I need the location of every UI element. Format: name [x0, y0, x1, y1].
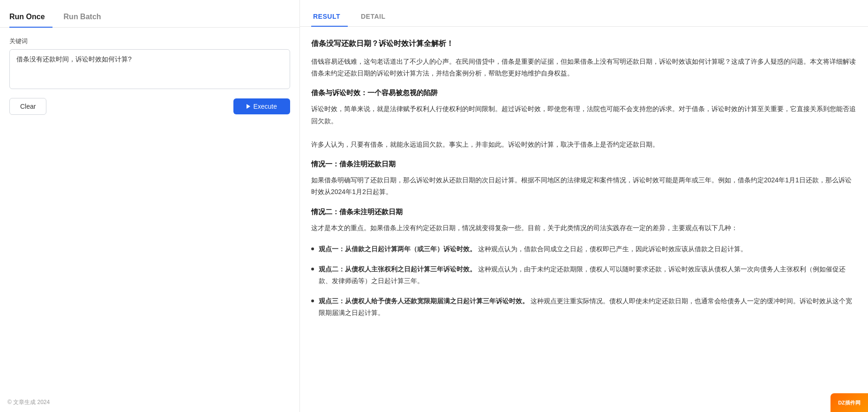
result-tabs: RESULT DETAIL	[300, 0, 868, 27]
tab-run-batch[interactable]: Run Batch	[64, 8, 109, 28]
left-content: 关键词 Clear Execute	[0, 28, 299, 412]
tab-detail[interactable]: DETAIL	[359, 8, 393, 27]
tab-run-once[interactable]: Run Once	[9, 8, 52, 28]
keyword-input[interactable]	[9, 49, 290, 89]
dz-badge: DZ插件网	[831, 393, 868, 412]
section1-body: 诉讼时效，简单来说，就是法律赋予权利人行使权利的时间限制。超过诉讼时效，即使您有…	[311, 103, 857, 150]
bullet-text-1: 观点一：从借款之日起计算两年（或三年）诉讼时效。 这种观点认为，借款合同成立之日…	[319, 243, 747, 255]
bullet-dot-3	[311, 300, 314, 302]
list-item: 观点二：从债权人主张权利之日起计算三年诉讼时效。 这种观点认为，由于未约定还款期…	[311, 263, 857, 287]
section2-body: 如果借条明确写明了还款日期，那么诉讼时效从还款日期的次日起计算。根据不同地区的法…	[311, 174, 857, 198]
left-tabs: Run Once Run Batch	[0, 0, 299, 28]
button-row: Clear Execute	[9, 98, 290, 115]
section2-title: 情况一：借条注明还款日期	[311, 160, 857, 169]
play-icon	[247, 104, 250, 109]
footer-copyright: © 文章生成 2024	[7, 398, 50, 406]
bullet-text-3: 观点三：从债权人给予债务人还款宽限期届满之日起计算三年诉讼时效。 这种观点更注重…	[319, 295, 857, 319]
bullet-dot-1	[311, 247, 314, 250]
right-panel: RESULT DETAIL 借条没写还款日期？诉讼时效计算全解析！ 借钱容易还钱…	[300, 0, 868, 412]
bullet-dot-2	[311, 268, 314, 270]
article-intro: 借钱容易还钱难，这句老话道出了不少人的心声。在民间借贷中，借条是重要的证据，但如…	[311, 56, 857, 79]
execute-label: Execute	[253, 103, 277, 110]
bullet-detail-1: 这种观点认为，借款合同成立之日起，债权即已产生，因此诉讼时效应该从借款之日起计算…	[478, 245, 747, 253]
dz-badge-text: DZ插件网	[838, 399, 861, 406]
bullet-key-2: 观点二：从债权人主张权利之日起计算三年诉讼时效。	[319, 265, 476, 273]
list-item: 观点一：从借款之日起计算两年（或三年）诉讼时效。 这种观点认为，借款合同成立之日…	[311, 243, 857, 255]
tab-result[interactable]: RESULT	[311, 8, 348, 27]
execute-button[interactable]: Execute	[233, 98, 290, 114]
bullet-list: 观点一：从借款之日起计算两年（或三年）诉讼时效。 这种观点认为，借款合同成立之日…	[311, 243, 857, 319]
bullet-key-3: 观点三：从债权人给予债务人还款宽限期届满之日起计算三年诉讼时效。	[319, 297, 529, 305]
section3-body: 这才是本文的重点。如果借条上没有约定还款日期，情况就变得复杂一些。目前，关于此类…	[311, 222, 857, 234]
bullet-key-1: 观点一：从借款之日起计算两年（或三年）诉讼时效。	[319, 245, 476, 253]
result-content: 借条没写还款日期？诉讼时效计算全解析！ 借钱容易还钱难，这句老话道出了不少人的心…	[300, 27, 868, 412]
keyword-label: 关键词	[9, 37, 290, 45]
section1-title: 借条与诉讼时效：一个容易被忽视的陷阱	[311, 89, 857, 97]
bullet-text-2: 观点二：从债权人主张权利之日起计算三年诉讼时效。 这种观点认为，由于未约定还款期…	[319, 263, 857, 287]
clear-button[interactable]: Clear	[9, 98, 46, 115]
left-panel: Run Once Run Batch 关键词 Clear Execute	[0, 0, 300, 412]
article-title: 借条没写还款日期？诉讼时效计算全解析！	[311, 38, 857, 49]
list-item: 观点三：从债权人给予债务人还款宽限期届满之日起计算三年诉讼时效。 这种观点更注重…	[311, 295, 857, 319]
section3-title: 情况二：借条未注明还款日期	[311, 208, 857, 217]
